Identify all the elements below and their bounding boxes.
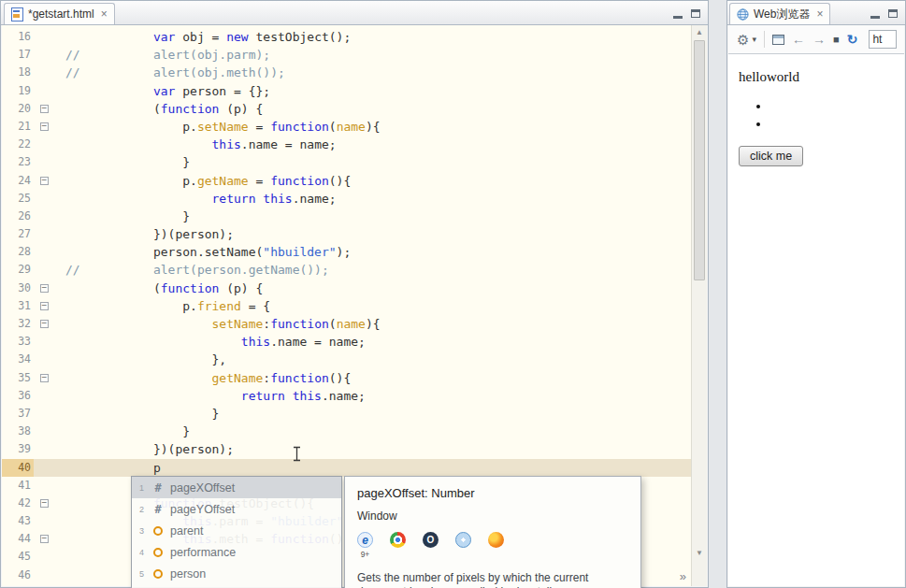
fold-collapse-icon[interactable]: − (40, 284, 49, 293)
fold-collapse-icon[interactable]: − (40, 105, 49, 113)
code-line[interactable]: 20− (function (p) { (2, 100, 691, 118)
minimize-icon[interactable] (673, 7, 683, 19)
code-line[interactable]: 25 return this.name; (2, 190, 691, 208)
fold-collapse-icon[interactable]: − (40, 302, 49, 310)
code-token: .name; (293, 192, 337, 206)
forward-icon[interactable]: → (813, 33, 826, 46)
external-browser-icon[interactable] (772, 35, 784, 45)
code-line[interactable]: 24− p.getName = function(){ (2, 172, 691, 190)
globe-icon (737, 8, 749, 21)
tab-getstart-html[interactable]: *getstart.html × (4, 3, 115, 24)
fold-gutter: − (34, 172, 54, 190)
code-token: p (65, 461, 161, 475)
tab-web-browser[interactable]: Web浏览器 × (729, 3, 830, 24)
maximize-icon[interactable] (691, 9, 700, 18)
code-line[interactable]: 21− p.setName = function(name){ (2, 118, 691, 136)
code-text: this.name = name; (54, 136, 691, 153)
code-line[interactable]: 37 } (2, 405, 691, 423)
code-token: name (337, 120, 366, 134)
code-token: .name; (322, 389, 366, 403)
chrome-support (390, 532, 406, 548)
autocomplete-item[interactable]: 1#pageXOffset (132, 477, 341, 498)
autocomplete-item[interactable]: 3parent (132, 520, 341, 541)
fold-collapse-icon[interactable]: − (40, 177, 49, 185)
code-token: getName (197, 174, 249, 188)
close-tab-icon[interactable]: × (816, 8, 823, 20)
code-line[interactable]: 28 person.setName("hbuilder"); (2, 243, 691, 261)
line-number: 36 (2, 387, 34, 405)
fold-gutter (34, 64, 54, 81)
code-token: function (270, 317, 329, 331)
code-token: getName (212, 371, 264, 385)
code-text: (function (p) { (54, 100, 691, 118)
code-text: person.setName("hbuilder"); (54, 243, 691, 261)
line-number: 32 (2, 315, 34, 333)
code-line[interactable]: 22 this.name = name; (2, 136, 691, 153)
code-token: ){ (366, 120, 381, 134)
settings-dropdown-caret-icon[interactable]: ▾ (752, 36, 756, 44)
fold-collapse-icon[interactable]: − (40, 122, 49, 131)
code-line[interactable]: 32− setName:function(name){ (2, 315, 691, 333)
code-line[interactable]: 30− (function (p) { (2, 280, 691, 297)
code-line[interactable]: 36 return this.name; (2, 387, 691, 405)
code-text: })(person); (54, 225, 691, 243)
code-token: : (263, 317, 270, 331)
url-input[interactable]: ht (869, 30, 897, 49)
scroll-down-arrow-icon[interactable]: ▼ (692, 546, 707, 560)
property-kind-icon: # (152, 503, 164, 516)
scroll-up-arrow-icon[interactable]: ▲ (692, 25, 707, 39)
code-line[interactable]: 16 var obj = new testObject(); (2, 28, 691, 46)
code-token: (p) { (219, 102, 263, 116)
fold-gutter: − (34, 118, 54, 136)
fold-gutter (34, 136, 54, 153)
code-token: ( (65, 281, 161, 295)
maximize-icon[interactable] (888, 9, 898, 18)
scrollbar-thumb[interactable] (694, 40, 705, 280)
code-line[interactable]: 23 } (2, 153, 691, 171)
fold-gutter (34, 153, 54, 171)
fold-gutter (34, 225, 54, 243)
code-line[interactable]: 18// alert(obj.meth()); (2, 64, 691, 81)
code-text: }, (54, 351, 691, 368)
code-text: // alert(obj.meth()); (54, 64, 691, 81)
code-line[interactable]: 33 this.name = name; (2, 333, 691, 351)
code-text: var obj = new testObject(); (54, 28, 691, 46)
code-line[interactable]: 17// alert(obj.parm); (2, 46, 691, 64)
opera-support: O (423, 532, 439, 548)
fold-gutter (34, 405, 54, 423)
fold-collapse-icon[interactable]: − (40, 499, 49, 508)
code-line[interactable]: 29// alert(person.getName()); (2, 261, 691, 279)
code-line[interactable]: 19 var person = {}; (2, 82, 691, 100)
doc-context: Window (357, 509, 628, 523)
minimize-icon[interactable] (870, 7, 880, 19)
code-line[interactable]: 34 }, (2, 351, 691, 368)
vertical-scrollbar[interactable]: ▲ ▼ (691, 25, 707, 586)
fold-collapse-icon[interactable]: − (40, 374, 49, 382)
back-icon[interactable]: ← (792, 33, 805, 46)
fold-collapse-icon[interactable]: − (40, 320, 49, 328)
autocomplete-item[interactable]: 4performance (132, 541, 341, 563)
item-index: 1 (137, 483, 146, 493)
code-line[interactable]: 26 } (2, 208, 691, 225)
line-number: 45 (2, 548, 34, 566)
safari-support (455, 532, 471, 548)
line-number: 26 (2, 208, 34, 225)
code-line[interactable]: 39 })(person); (2, 440, 691, 458)
code-line[interactable]: 27 })(person); (2, 225, 691, 243)
close-tab-icon[interactable]: × (101, 8, 108, 20)
code-text: } (54, 405, 691, 423)
fold-collapse-icon[interactable]: − (40, 535, 49, 543)
code-line[interactable]: 31− p.friend = { (2, 297, 691, 315)
stop-icon[interactable]: ■ (833, 35, 840, 45)
click-me-button[interactable]: click me (739, 146, 803, 166)
autocomplete-item[interactable]: 2#pageYOffset (132, 498, 341, 520)
refresh-icon[interactable]: ↻ (847, 33, 858, 46)
settings-gear-icon[interactable]: ⚙ (737, 33, 749, 47)
code-line[interactable]: 38 } (2, 423, 691, 440)
horizontal-scroll-arrow-icon[interactable]: » (680, 570, 686, 582)
code-line[interactable]: 35− getName:function(){ (2, 369, 691, 387)
editor-window-buttons (673, 7, 700, 19)
code-line[interactable]: 40 p (2, 459, 691, 477)
autocomplete-item[interactable]: 5person (132, 563, 341, 584)
line-number: 37 (2, 405, 34, 423)
